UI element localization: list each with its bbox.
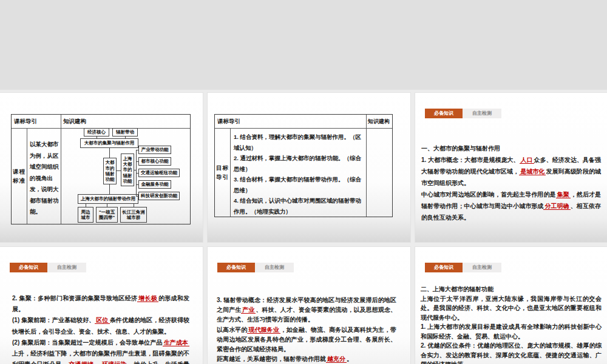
paragraph: 2. 集聚：多种部门和资源的集聚导致地区经济增长极的形成和发展。 [12,293,189,315]
connector-line [86,204,86,207]
tab-self-test[interactable]: 自主检测 [463,109,501,118]
answer-blank: 人口 [520,157,534,164]
list-item: 2. 通过材料，掌握上海大都市的辐射功能。（综合思维） [234,153,362,174]
table-header-left: 课标导引 [215,115,366,128]
table-header-right: 知识建构 [366,115,392,128]
text-segment: 、 [95,361,101,364]
knowledge-body: 一、大都市的集聚与辐射作用 1. 大都市概念：大都市是规模庞大、人口众多、经济发… [421,143,601,223]
answer-blank: 环境污染 [101,361,128,364]
connector-line [136,150,138,150]
text-segment: 上海位于太平洋西岸，亚洲大陆东缘，我国海岸带与长江的交会处。是我国的经济、科技、… [421,295,602,321]
connector-line [97,136,97,138]
knowledge-text: 2. 集聚：多种部门和资源的集聚导致地区经济增长极的形成和发展。(1) 集聚前期… [12,293,189,364]
answer-blank: 分工明确 [543,203,570,210]
flow-node-economic-core: 经济核心 [84,128,109,136]
answer-blank: 是城市化 [519,168,546,175]
knowledge-text: 3. 辐射带动概念：经济发展水平较高的地区与经济发展滞后的地区之间产生产业、科技… [217,295,396,364]
connector-line [136,173,138,174]
connector-line [136,196,138,197]
table-header-left: 课标导引 [12,115,61,128]
knowledge-body: 3. 辐射带动概念：经济发展水平较高的地区与经济发展滞后的地区之间产生产业、科技… [217,295,396,364]
connector-line [107,204,107,207]
connector-line [136,161,138,162]
guide-table: 课标导引 知识建构 目标导引 1. 结合资料，理解大都市的集聚与辐射作用。（区域… [214,114,393,217]
flow-node-target-3: 长江三角洲城市群 [120,207,147,223]
connector-line [125,136,126,138]
flow-node-radiation-drive: 辐射带动 [112,128,138,136]
section-heading: 二、上海大都市的辐射功能 [421,285,602,294]
answer-blank: 现代服务业 [247,326,280,334]
answer-blank: 区位 [95,317,109,324]
connector-line [136,184,138,185]
paragraph: 上海位于太平洋西岸，亚洲大陆东缘，我国海岸带与长江的交会处。是我国的经济、科技、… [421,294,602,323]
tab-knowledge[interactable]: 必备知识 [217,263,255,272]
tab-self-test[interactable]: 自主检测 [463,263,501,272]
flow-node-shanghai-function: 上海大都市的辐射功能 [121,153,134,186]
paragraph: 中心城市对周边地区的影响，首先起主导作用的是集聚，然后才是辐射带动作用；中心城市… [421,189,601,223]
paragraph: 距离越近，关系越密切，辐射带动作用就越充分。 [217,354,396,364]
text-segment: 中心城市对周边地区的影响，首先起主导作用的是 [421,191,556,198]
text-segment: 2. 优越的区位条件：优越的地理区位、庞大的城市规模、雄厚的综合实力、发达的教育… [421,342,602,364]
text-segment: (1) 集聚前期：产业基础较好、 [12,317,95,323]
table-line [230,128,231,217]
list-item: 1. 结合资料，理解大都市的集聚与辐射作用。（区域认知） [234,132,362,153]
flow-node-target-1: 周边城市 [78,207,93,223]
tab-bar: 必备知识 自主检测 [217,263,294,272]
flow-node-function-1: 产业带动功能 [138,146,171,154]
paragraph: 3. 辐射带动概念：经济发展水平较高的地区与经济发展滞后的地区之间产生产业、科技… [217,295,396,325]
answer-blank: 越充分 [326,356,347,363]
slide-2-goals[interactable]: 课标导引 知识建构 目标导引 1. 结合资料，理解大都市的集聚与辐射作用。（区域… [208,93,410,242]
knowledge-body: 二、上海大都市的辐射功能 上海位于太平洋西岸，亚洲大陆东缘，我国海岸带与长江的交… [421,285,602,364]
answer-blank: 增长极 [137,295,158,302]
flow-node-metro-function: 大都市的辐射功能 [103,158,117,184]
tab-bar: 必备知识 自主检测 [425,109,501,118]
text-segment: 以高水平的 [217,326,247,333]
table-line [27,128,27,224]
row-label-course-standard: 课程标准 [12,128,27,224]
text-segment: 距离越近，关系越密切，辐射带动作用就 [217,356,326,362]
flow-node-function-4: 金融服务功能 [138,180,171,189]
flow-node-function-3: 交通运输枢纽功能 [138,169,180,177]
tab-knowledge[interactable]: 必备知识 [10,263,47,272]
paragraph: 1. 上海大都市的发展目标是建设成具有全球影响力的科技创新中心和国际经济、金融、… [421,322,602,341]
tab-self-test[interactable]: 自主检测 [47,263,86,272]
slide-6-shanghai[interactable]: 必备知识 自主检测 二、上海大都市的辐射功能 上海位于太平洋西岸，亚洲大陆东缘，… [415,247,607,364]
flow-node-drive-effect: 上海大都市的辐射带动作用 [78,194,138,204]
list-item: 3. 结合材料，掌握大都市的辐射带动作用。（综合思维） [234,174,362,195]
slide-5-radiation[interactable]: 必备知识 自主检测 3. 辐射带动概念：经济发展水平较高的地区与经济发展滞后的地… [208,247,410,364]
table-line [61,115,61,224]
answer-blank: 生产成本 [163,339,189,346]
connector-line [109,184,110,194]
table-header-right: 知识建构 [61,115,134,128]
knowledge-text: 上海位于太平洋西岸，亚洲大陆东缘，我国海岸带与长江的交会处。是我国的经济、科技、… [421,294,602,364]
paragraph: 以高水平的现代服务业，如金融、物流、商务以及高科技为主，带动周边地区发展各具特色… [217,325,396,355]
table-line [366,115,367,217]
list-item: 4. 结合知识，认识中心城市对周围区域的辐射带动作用。（地理实践力） [234,195,362,217]
slide-1-course-standard[interactable]: 课标导引 知识建构 课程标准 以某大都市为例，从区域空间组织的视角出发，说明大都… [0,93,203,242]
slide-3-knowledge-concept[interactable]: 必备知识 自主检测 一、大都市的集聚与辐射作用 1. 大都市概念：大都市是规模庞… [415,93,607,242]
section-heading: 一、大都市的集聚与辐射作用 [421,143,601,154]
connector-line [117,170,121,171]
answer-blank: 产业 [241,306,256,314]
paragraph: 2. 优越的区位条件：优越的地理区位、庞大的城市规模、雄厚的综合实力、发达的教育… [421,341,602,364]
knowledge-text: 1. 大都市概念：大都市是规模庞大、人口众多、经济发达、具备强大辐射带动功能的现… [421,154,601,223]
text-segment: 2. 集聚：多种部门和资源的集聚导致地区经济 [12,295,137,302]
flow-node-target-2: “一核五圈四带” [96,207,118,223]
slide-4-agglomeration[interactable]: 必备知识 自主检测 2. 集聚：多种部门和资源的集聚导致地区经济增长极的形成和发… [0,247,203,364]
paragraph: (2) 集聚后期：当集聚超过一定规模后，会导致单位产品生产成本上升，经济利益下降… [12,337,189,364]
text-segment: (2) 集聚后期：当集聚超过一定规模后，会导致单位产品 [12,339,163,346]
tab-knowledge[interactable]: 必备知识 [425,109,463,118]
goals-list: 1. 结合资料，理解大都市的集聚与辐射作用。（区域认知）2. 通过材料，掌握上海… [234,132,362,217]
connector-line [134,204,134,207]
tab-bar: 必备知识 自主检测 [425,263,501,272]
answer-blank: 交通拥堵 [67,361,95,364]
tab-self-test[interactable]: 自主检测 [255,263,294,272]
course-standard-text: 以某大都市为例，从区域空间组织的视角出发，说明大都市辐射功能。 [30,139,59,218]
tab-bar: 必备知识 自主检测 [10,263,86,272]
text-segment: 。 [347,356,353,362]
flow-node-function-2: 都市核心功能 [138,157,171,166]
tab-knowledge[interactable]: 必备知识 [425,263,463,272]
paragraph: (1) 集聚前期：产业基础较好、区位条件优越的地区，经济获得较快增长后，会引导企… [12,315,189,337]
text-segment: 1. 上海大都市的发展目标是建设成具有全球影响力的科技创新中心和国际经济、金融、… [421,323,602,340]
flow-node-main-title: 大都市的集聚与辐射作用 [80,138,138,148]
